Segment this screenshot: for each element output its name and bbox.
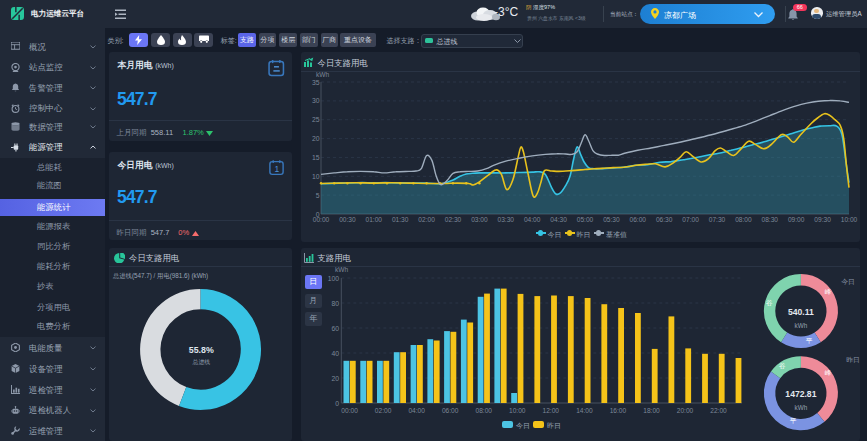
svg-text:峰: 峰 xyxy=(825,369,832,376)
svg-text:峰: 峰 xyxy=(825,288,832,295)
svg-text:昨日: 昨日 xyxy=(846,356,860,364)
svg-text:谷: 谷 xyxy=(766,299,773,307)
svg-text:kWh: kWh xyxy=(795,322,808,329)
svg-text:今日: 今日 xyxy=(841,278,855,286)
svg-text:kWh: kWh xyxy=(795,404,808,411)
svg-text:平: 平 xyxy=(790,417,797,424)
svg-text:平: 平 xyxy=(806,337,813,344)
svg-text:谷: 谷 xyxy=(779,362,786,370)
svg-text:1472.81: 1472.81 xyxy=(785,389,816,399)
svg-text:540.11: 540.11 xyxy=(788,307,814,317)
